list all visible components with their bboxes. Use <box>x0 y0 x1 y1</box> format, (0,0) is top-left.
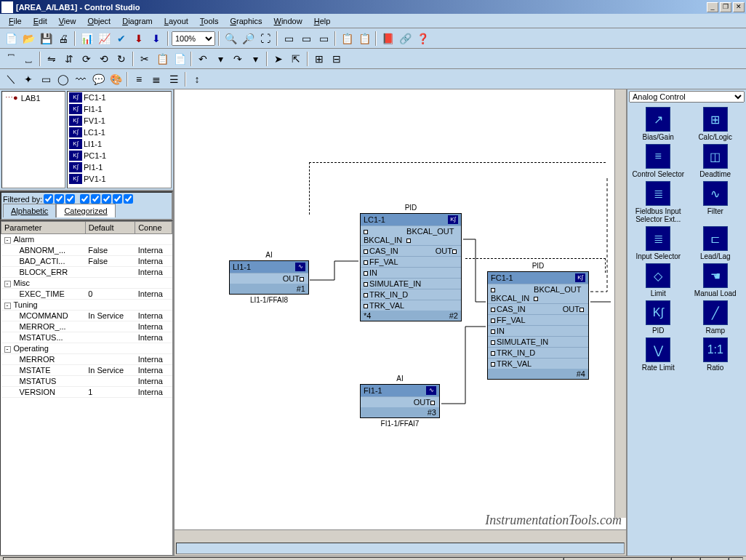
module-item[interactable]: K∫FC1-1 <box>68 92 171 103</box>
pointer-button[interactable]: ➤ <box>270 51 286 67</box>
print-button[interactable]: 🖨 <box>55 31 71 47</box>
module-item[interactable]: K∫PI1-1 <box>68 161 171 173</box>
diagram-canvas[interactable]: AI LI1-1∿ OUT #1 LI1-1/FFAI8 PID LC1-1K∫… <box>175 89 626 529</box>
tab-alphabetic[interactable]: Alphabetic <box>3 204 56 217</box>
align-t-button[interactable]: ⎴ <box>3 51 19 67</box>
arrow-down2-button[interactable]: ⬇ <box>148 31 164 47</box>
save-button[interactable]: 💾 <box>38 31 54 47</box>
zoom-fit-button[interactable]: ⛶ <box>257 31 273 47</box>
vertical-scrollbar[interactable] <box>614 89 626 518</box>
snap-button[interactable]: ⊟ <box>329 51 345 67</box>
filter-cb-1[interactable] <box>44 194 53 204</box>
block-ai-fi1[interactable]: AI FI1-1∿ OUT #3 FI1-1/FFAI7 <box>360 384 440 418</box>
menu-layout[interactable]: Layout <box>159 15 194 27</box>
filter-cb-5[interactable] <box>91 194 100 204</box>
check-button[interactable]: ✔ <box>113 31 129 47</box>
ellipse-tool[interactable]: ◯ <box>55 71 71 87</box>
param-row[interactable]: ABNORM_...FalseInterna <box>1 245 172 256</box>
palette-item[interactable]: K∫PID <box>630 300 686 335</box>
pointer2-button[interactable]: ⇱ <box>288 51 304 67</box>
param-row[interactable]: EXEC_TIME0Interna <box>1 289 172 300</box>
paste-button[interactable]: 📄 <box>172 51 188 67</box>
filter-cb-2[interactable] <box>55 194 64 204</box>
undo-drop-button[interactable]: ▾ <box>212 51 228 67</box>
palette-item[interactable]: ≣Input Selector <box>630 226 686 260</box>
parameter-grid[interactable]: Parameter Default Conne -AlarmABNORM_...… <box>0 220 173 556</box>
palette-item[interactable]: ⊞Calc/Logic <box>688 107 744 141</box>
book-button[interactable]: 📕 <box>380 31 396 47</box>
filter-cb-8[interactable] <box>124 194 133 204</box>
col-conne[interactable]: Conne <box>135 222 172 234</box>
open-button[interactable]: 📂 <box>20 31 36 47</box>
chart2-button[interactable]: 📈 <box>96 31 112 47</box>
menu-diagram[interactable]: Diagram <box>116 15 159 27</box>
param-row[interactable]: VERSION1Interna <box>1 387 172 398</box>
param-group[interactable]: -Operating <box>1 343 172 354</box>
param-row[interactable]: MCOMMANDIn ServiceInterna <box>1 311 172 321</box>
menu-tools[interactable]: Tools <box>194 15 225 27</box>
palette-category-combo[interactable]: Analog Control <box>629 91 745 103</box>
tree-root[interactable]: ⋯● LAB1 <box>2 92 65 104</box>
module-item[interactable]: K∫LI1-1 <box>68 138 171 150</box>
props-button[interactable]: 📋 <box>339 31 355 47</box>
col-default[interactable]: Default <box>85 222 135 234</box>
param-group[interactable]: -Tuning <box>1 300 172 311</box>
module-list[interactable]: K∫FC1-1K∫FI1-1K∫FV1-1K∫LC1-1K∫LI1-1K∫PC1… <box>67 91 172 188</box>
param-row[interactable]: BAD_ACTI...FalseInterna <box>1 256 172 267</box>
window3-button[interactable]: ▭ <box>316 31 332 47</box>
summary-bar[interactable] <box>176 543 625 554</box>
link-button[interactable]: 🔗 <box>397 31 413 47</box>
param-row[interactable]: MSTATUS...Interna <box>1 332 172 343</box>
menu-file[interactable]: File <box>3 15 28 27</box>
module-item[interactable]: K∫PV1-1 <box>68 173 171 185</box>
rect-tool[interactable]: ▭ <box>38 71 54 87</box>
zoom-out-button[interactable]: 🔎 <box>240 31 256 47</box>
module-item[interactable]: K∫FI1-1 <box>68 103 171 115</box>
palette-item[interactable]: ☚Manual Load <box>688 263 744 297</box>
block-pid-lc1[interactable]: PID LC1-1K∫ BKCAL_INBKCAL_OUTCAS_INOUTFF… <box>360 213 462 321</box>
horizontal-scrollbar[interactable] <box>175 529 626 541</box>
rotate3-button[interactable]: ↻ <box>113 51 129 67</box>
undo-button[interactable]: ↶ <box>195 51 211 67</box>
menu-view[interactable]: View <box>53 15 82 27</box>
window2-button[interactable]: ▭ <box>298 31 314 47</box>
param-row[interactable]: MSTATEIn ServiceInterna <box>1 365 172 376</box>
menu-object[interactable]: Object <box>81 15 116 27</box>
tab-categorized[interactable]: Categorized <box>56 204 115 217</box>
zoom-in-button[interactable]: 🔍 <box>222 31 238 47</box>
palette-item[interactable]: ⊏Lead/Lag <box>688 226 744 260</box>
filter-cb-7[interactable] <box>113 194 122 204</box>
module-item[interactable]: K∫FV1-1 <box>68 115 171 127</box>
palette-item[interactable]: ╱Ramp <box>688 300 744 335</box>
param-row[interactable]: MSTATUSInterna <box>1 376 172 387</box>
flip-h-button[interactable]: ⇋ <box>44 51 60 67</box>
cut-button[interactable]: ✂ <box>137 51 153 67</box>
param-group[interactable]: -Alarm <box>1 234 172 245</box>
help-button[interactable]: ❓ <box>414 31 430 47</box>
redo-button[interactable]: ↷ <box>230 51 246 67</box>
chart-button[interactable]: 📊 <box>79 31 95 47</box>
props2-button[interactable]: 📋 <box>356 31 372 47</box>
palette-item[interactable]: ≣Fieldbus Input Selector Ext... <box>630 181 686 223</box>
l2-button[interactable]: ≣ <box>148 71 164 87</box>
align-b-button[interactable]: ⎵ <box>20 51 36 67</box>
redo-drop-button[interactable]: ▾ <box>247 51 263 67</box>
palette-item[interactable]: 1:1Ratio <box>688 337 744 372</box>
module-item[interactable]: K∫PC1-1 <box>68 150 171 161</box>
close-button[interactable]: ✕ <box>733 2 745 12</box>
block-ai-li1[interactable]: AI LI1-1∿ OUT #1 LI1-1/FFAI8 <box>229 260 309 295</box>
menu-edit[interactable]: Edit <box>28 15 53 27</box>
minimize-button[interactable]: _ <box>707 2 718 12</box>
copy-button[interactable]: 📋 <box>154 51 170 67</box>
param-row[interactable]: MERRORInterna <box>1 354 172 365</box>
poly-tool[interactable]: ✦ <box>20 71 36 87</box>
hierarchy-tree[interactable]: ⋯● LAB1 <box>1 91 65 188</box>
param-row[interactable]: MERROR_...Interna <box>1 321 172 332</box>
zoom-combo[interactable]: 100% <box>172 31 215 46</box>
line-tool[interactable]: ＼ <box>3 71 19 87</box>
grid-button[interactable]: ⊞ <box>311 51 327 67</box>
rotate2-button[interactable]: ⟲ <box>96 51 112 67</box>
param-group[interactable]: -Misc <box>1 278 172 289</box>
col-parameter[interactable]: Parameter <box>1 222 86 234</box>
palette-item[interactable]: ↗Bias/Gain <box>630 107 686 141</box>
